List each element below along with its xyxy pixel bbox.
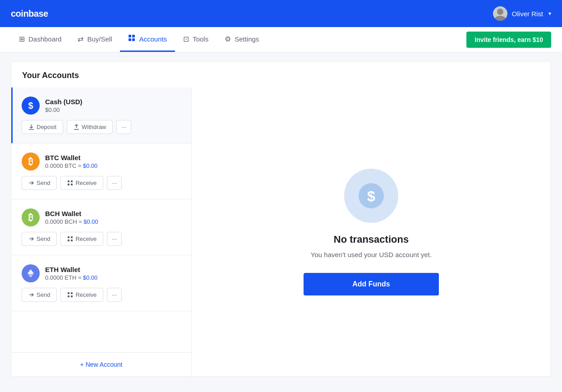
account-actions-eth: Send Receive ···: [22, 288, 182, 302]
account-actions-bch: Send Receive ···: [22, 232, 182, 246]
account-name-eth: ETH Wallet: [45, 266, 182, 273]
account-header-eth: ETH Wallet 0.0000 ETH ≈ $0.00: [22, 264, 182, 282]
coin-icon-bch: ₿: [22, 208, 40, 226]
svg-rect-18: [68, 240, 69, 241]
withdraw-icon: [74, 124, 79, 130]
svg-point-1: [495, 16, 506, 21]
send-button-btc[interactable]: Send: [22, 176, 57, 190]
withdraw-button[interactable]: Withdraw: [67, 120, 113, 134]
send-icon-eth: [28, 292, 34, 298]
svg-rect-3: [132, 35, 135, 37]
deposit-button[interactable]: Deposit: [22, 120, 63, 134]
send-icon-bch: [28, 236, 34, 242]
coin-icon-btc: ₿: [22, 152, 40, 171]
main-content: Your Accounts $ Cash (USD) $0.00: [0, 52, 562, 386]
more-options-button-usd[interactable]: ···: [116, 120, 131, 134]
avatar: [493, 6, 507, 21]
account-item-btc[interactable]: ₿ BTC Wallet 0.0000 BTC ≈ $0.00: [11, 143, 191, 199]
chevron-down-icon: ▾: [548, 10, 551, 17]
transactions-panel: $ No transactions You haven't used your …: [192, 88, 551, 376]
receive-button-btc[interactable]: Receive: [60, 176, 103, 190]
svg-rect-26: [71, 295, 73, 297]
send-button-eth[interactable]: Send: [22, 288, 57, 302]
tools-icon: ⊡: [183, 35, 189, 43]
svg-rect-5: [132, 38, 135, 41]
account-item-eth[interactable]: ETH Wallet 0.0000 ETH ≈ $0.00: [11, 255, 191, 311]
account-name-usd: Cash (USD): [45, 98, 182, 106]
coin-icon-eth: [22, 264, 40, 282]
nav-item-tools[interactable]: ⊡ Tools: [175, 27, 217, 52]
nav-label-dashboard: Dashboard: [28, 35, 61, 43]
no-transactions-icon: $: [344, 169, 398, 223]
account-header-btc: ₿ BTC Wallet 0.0000 BTC ≈ $0.00: [22, 152, 182, 171]
accounts-card: Your Accounts $ Cash (USD) $0.00: [11, 61, 551, 377]
svg-rect-17: [71, 236, 73, 238]
account-actions-usd: Deposit Withdraw ···: [22, 120, 182, 134]
nav-label-buysell: Buy/Sell: [87, 35, 112, 43]
receive-button-eth[interactable]: Receive: [60, 288, 103, 302]
receive-button-bch[interactable]: Receive: [60, 232, 103, 246]
card-title: Your Accounts: [11, 62, 551, 88]
svg-rect-13: [68, 184, 69, 185]
svg-rect-11: [68, 180, 69, 182]
account-info-bch: BCH Wallet 0.0000 BCH ≈ $0.00: [45, 210, 182, 225]
svg-point-0: [497, 9, 503, 15]
user-name: Oliver Rist: [512, 10, 543, 18]
nav-label-accounts: Accounts: [139, 35, 167, 43]
svg-rect-4: [129, 38, 131, 41]
nav-label-tools: Tools: [193, 35, 208, 43]
account-name-btc: BTC Wallet: [45, 154, 182, 161]
account-header-bch: ₿ BCH Wallet 0.0000 BCH ≈ $0.00: [22, 208, 182, 226]
account-item-usd[interactable]: $ Cash (USD) $0.00 Deposit: [11, 88, 191, 143]
user-menu[interactable]: Oliver Rist ▾: [493, 6, 551, 21]
svg-text:$: $: [367, 188, 375, 204]
receive-icon-btc: [67, 180, 73, 186]
logo: coinbase: [11, 9, 48, 19]
header: coinbase Oliver Rist ▾: [0, 0, 562, 27]
accounts-scroll[interactable]: $ Cash (USD) $0.00 Deposit: [11, 88, 191, 352]
svg-rect-2: [129, 35, 131, 37]
send-icon-btc: [28, 180, 34, 186]
account-name-bch: BCH Wallet: [45, 210, 182, 217]
receive-icon-bch: [67, 236, 73, 242]
svg-rect-14: [71, 184, 73, 185]
settings-icon: ⚙: [225, 35, 231, 43]
no-transactions-description: You haven't used your USD account yet.: [311, 251, 432, 258]
nav-label-settings: Settings: [235, 35, 259, 43]
accounts-icon: [128, 34, 135, 43]
dashboard-icon: ⊞: [19, 35, 25, 43]
buysell-icon: ⇄: [78, 35, 83, 43]
deposit-icon: [28, 124, 34, 130]
nav-item-accounts[interactable]: Accounts: [120, 27, 175, 52]
svg-marker-20: [28, 269, 34, 275]
accounts-layout: $ Cash (USD) $0.00 Deposit: [11, 88, 551, 376]
account-balance-bch: 0.0000 BCH ≈ $0.00: [45, 218, 182, 225]
account-item-bch[interactable]: ₿ BCH Wallet 0.0000 BCH ≈ $0.00: [11, 199, 191, 255]
account-balance-btc: 0.0000 BTC ≈ $0.00: [45, 162, 182, 169]
more-options-button-btc[interactable]: ···: [107, 176, 122, 190]
new-account-button[interactable]: + New Account: [11, 352, 191, 376]
invite-button[interactable]: Invite friends, earn $10: [466, 32, 551, 48]
account-actions-btc: Send Receive ···: [22, 176, 182, 190]
account-info-usd: Cash (USD) $0.00: [45, 98, 182, 113]
svg-rect-25: [68, 295, 69, 297]
account-balance-usd: $0.00: [45, 106, 182, 113]
send-button-bch[interactable]: Send: [22, 232, 57, 246]
more-options-button-bch[interactable]: ···: [107, 232, 122, 246]
coin-icon-usd: $: [22, 97, 40, 115]
nav-item-dashboard[interactable]: ⊞ Dashboard: [11, 27, 69, 52]
account-info-btc: BTC Wallet 0.0000 BTC ≈ $0.00: [45, 154, 182, 169]
nav-item-buysell[interactable]: ⇄ Buy/Sell: [69, 27, 120, 52]
nav-item-settings[interactable]: ⚙ Settings: [217, 27, 267, 52]
svg-rect-12: [71, 180, 73, 182]
svg-rect-23: [68, 292, 69, 294]
account-header-usd: $ Cash (USD) $0.00: [22, 97, 182, 115]
add-funds-button[interactable]: Add Funds: [304, 273, 439, 295]
account-balance-eth: 0.0000 ETH ≈ $0.00: [45, 274, 182, 281]
nav-links: ⊞ Dashboard ⇄ Buy/Sell Accounts ⊡ Tools …: [11, 27, 267, 52]
no-transactions-title: No transactions: [334, 234, 409, 245]
svg-rect-24: [71, 292, 73, 294]
more-options-button-eth[interactable]: ···: [107, 288, 122, 302]
account-info-eth: ETH Wallet 0.0000 ETH ≈ $0.00: [45, 266, 182, 281]
svg-rect-19: [71, 240, 73, 241]
